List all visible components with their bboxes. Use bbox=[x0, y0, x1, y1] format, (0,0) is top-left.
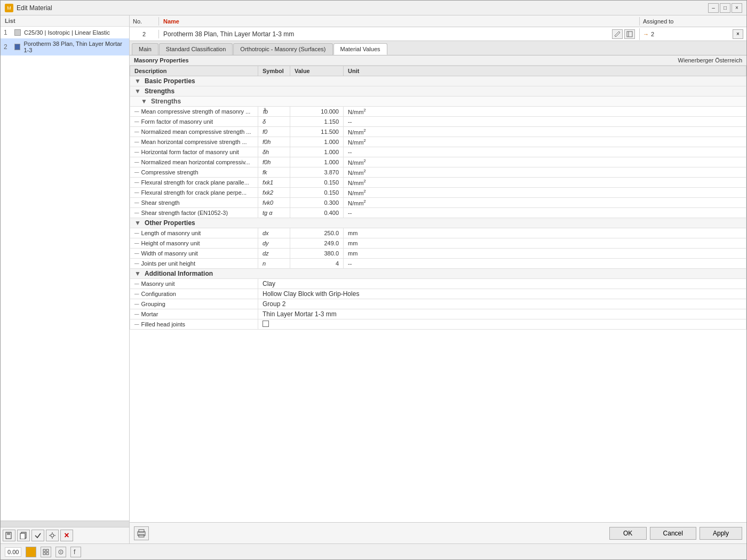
row-symbol: dy bbox=[258, 238, 290, 249]
assigned-label: Assigned to bbox=[640, 17, 746, 26]
expand-additional[interactable]: ▼ bbox=[134, 270, 141, 277]
table-row: ─Shear strength fvk0 0.300 N/mm2 bbox=[130, 198, 746, 208]
table-row: ─Compressive strength fk 3.870 N/mm2 bbox=[130, 167, 746, 178]
svg-rect-19 bbox=[46, 553, 49, 555]
ok-button[interactable]: OK bbox=[609, 527, 647, 540]
row-unit: N/mm2 bbox=[344, 107, 746, 117]
table-row: ─Horizontal form factor of masonry unit … bbox=[130, 147, 746, 157]
section-label-additional: Additional Information bbox=[145, 270, 213, 277]
assigned-value-cell: → 2 × bbox=[640, 28, 746, 40]
section-label-strengths: Strengths bbox=[145, 87, 174, 95]
settings-button[interactable] bbox=[46, 530, 59, 541]
row-symbol: tg α bbox=[258, 208, 290, 218]
table-row: ─Mortar Thin Layer Mortar 1-3 mm bbox=[130, 309, 746, 319]
tabs-container: Main Standard Classification Orthotropic… bbox=[130, 41, 746, 55]
info-value: Clay bbox=[258, 279, 746, 289]
grid-icon bbox=[43, 549, 49, 555]
table-row: ─Flexural strength for crack plane paral… bbox=[130, 178, 746, 188]
table-row: ─Configuration Hollow Clay Block with Gr… bbox=[130, 289, 746, 299]
row-unit: N/mm2 bbox=[344, 157, 746, 167]
row-symbol: fxk1 bbox=[258, 178, 290, 188]
print-button[interactable] bbox=[134, 526, 149, 540]
apply-button[interactable]: Apply bbox=[700, 527, 742, 540]
expand-basic[interactable]: ▼ bbox=[134, 77, 141, 85]
row-desc: ─Shear strength bbox=[130, 198, 258, 208]
table-row: ─Height of masonry unit dy 249.0 mm bbox=[130, 238, 746, 249]
status-icon-2[interactable] bbox=[41, 547, 51, 557]
expand-strengths-inner[interactable]: ▼ bbox=[141, 98, 147, 105]
row-desc: ─Joints per unit height bbox=[130, 259, 258, 269]
row-unit: mm bbox=[344, 249, 746, 259]
expand-strengths[interactable]: ▼ bbox=[134, 87, 141, 95]
material-item-2[interactable]: 2 Porotherm 38 Plan, Thin Layer Mortar 1… bbox=[1, 38, 129, 55]
no-label: No. bbox=[130, 17, 159, 26]
status-icon-3[interactable] bbox=[55, 547, 66, 557]
row-value: 0.150 bbox=[290, 178, 344, 188]
material-list: 1 C25/30 | Isotropic | Linear Elastic 2 … bbox=[1, 27, 129, 521]
col-header-description: Description bbox=[130, 66, 258, 76]
svg-rect-4 bbox=[20, 533, 25, 539]
restore-button[interactable]: □ bbox=[720, 3, 730, 13]
row-symbol: dz bbox=[258, 249, 290, 259]
delete-material-button[interactable]: × bbox=[60, 530, 73, 541]
print-area bbox=[134, 526, 606, 540]
row-unit: -- bbox=[344, 147, 746, 157]
row-desc: ─Normalized mean compressive strength ..… bbox=[130, 127, 258, 137]
tab-orthotropic[interactable]: Orthotropic - Masonry (Surfaces) bbox=[233, 43, 332, 55]
row-value: 10.000 bbox=[290, 107, 344, 117]
name-label: Name bbox=[159, 17, 640, 26]
tab-standard[interactable]: Standard Classification bbox=[159, 43, 233, 55]
row-unit: mm bbox=[344, 228, 746, 238]
group-row-other: ▼ Other Properties bbox=[130, 218, 746, 228]
row-symbol: n bbox=[258, 259, 290, 269]
section-label-basic: Basic Properties bbox=[145, 77, 195, 85]
horizontal-scrollbar[interactable] bbox=[1, 521, 129, 527]
row-unit: N/mm2 bbox=[344, 188, 746, 198]
svg-rect-15 bbox=[29, 550, 33, 554]
row-symbol: dx bbox=[258, 228, 290, 238]
edit-name-button[interactable] bbox=[612, 29, 623, 39]
svg-rect-17 bbox=[46, 549, 49, 551]
row-value: 1.000 bbox=[290, 137, 344, 147]
status-icon-4[interactable]: f bbox=[70, 547, 81, 557]
row-value: 0.400 bbox=[290, 208, 344, 218]
row-desc: ─Mean horizontal compressive strength ..… bbox=[130, 137, 258, 147]
titlebar-left: M Edit Material bbox=[5, 4, 52, 12]
row-desc: ─Shear strength factor (EN1052-3) bbox=[130, 208, 258, 218]
info-label: ─Mortar bbox=[130, 309, 258, 319]
expand-other[interactable]: ▼ bbox=[134, 219, 141, 227]
minimize-button[interactable]: – bbox=[708, 3, 719, 13]
svg-point-5 bbox=[51, 534, 54, 537]
info-value: Hollow Clay Block with Grip-Holes bbox=[258, 289, 746, 299]
row-desc: ─Length of masonry unit bbox=[130, 228, 258, 238]
row-unit: -- bbox=[344, 208, 746, 218]
copy-material-button[interactable] bbox=[17, 530, 30, 541]
table-row: ─Normalized mean compressive strength ..… bbox=[130, 127, 746, 137]
row-desc: ─Width of masonry unit bbox=[130, 249, 258, 259]
main-content: List 1 C25/30 | Isotropic | Linear Elast… bbox=[1, 15, 746, 543]
material-item-1[interactable]: 1 C25/30 | Isotropic | Linear Elastic bbox=[1, 27, 129, 38]
checkbox-filled-head-joints[interactable] bbox=[263, 321, 269, 327]
material-num-2: 2 bbox=[4, 43, 11, 51]
info-label: ─Grouping bbox=[130, 299, 258, 309]
new-material-button[interactable] bbox=[3, 530, 15, 541]
tab-material-values[interactable]: Material Values bbox=[333, 43, 387, 55]
tab-main[interactable]: Main bbox=[132, 43, 158, 55]
row-value: 1.000 bbox=[290, 157, 344, 167]
square-icon bbox=[28, 549, 34, 555]
status-bar: 0.00 f bbox=[1, 543, 746, 559]
row-desc: ─Flexural strength for crack plane perpe… bbox=[130, 188, 258, 198]
close-button[interactable]: × bbox=[732, 3, 742, 13]
table-row: ─Mean horizontal compressive strength ..… bbox=[130, 137, 746, 147]
table-row: ─Length of masonry unit dx 250.0 mm bbox=[130, 228, 746, 238]
assigned-clear-button[interactable]: × bbox=[733, 29, 743, 39]
check-button[interactable] bbox=[31, 530, 44, 541]
window-title: Edit Material bbox=[17, 4, 52, 12]
cancel-button[interactable]: Cancel bbox=[650, 527, 696, 540]
status-icon-1[interactable] bbox=[26, 547, 36, 557]
browse-button[interactable] bbox=[624, 29, 635, 39]
right-panel: No. Name Assigned to 2 Porotherm 38 Plan… bbox=[130, 15, 746, 543]
row-desc: ─Mean compressive strength of masonry ..… bbox=[130, 107, 258, 117]
properties-table: Description Symbol Value Unit ▼ Basic Pr… bbox=[130, 66, 746, 330]
table-row: ─Grouping Group 2 bbox=[130, 299, 746, 309]
